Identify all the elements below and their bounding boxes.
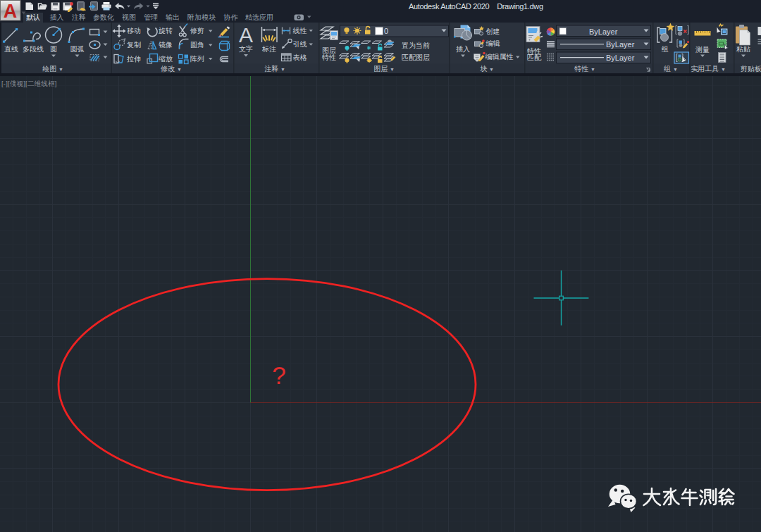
svg-text:A: A [4, 1, 18, 22]
svg-text:A: A [239, 23, 253, 47]
svg-text:?: ? [272, 361, 285, 389]
